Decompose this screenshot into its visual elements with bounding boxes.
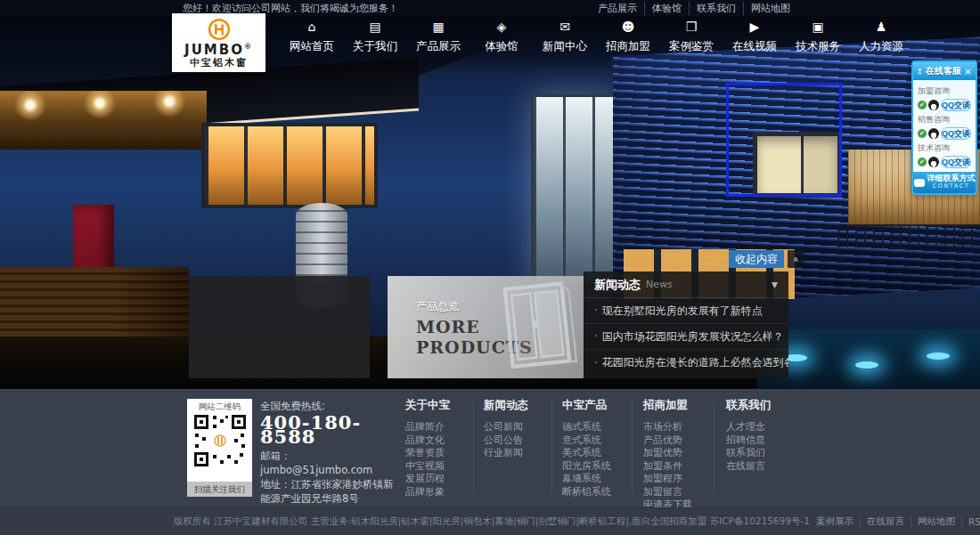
scroll-top-button[interactable]: «: [788, 250, 804, 268]
glass-atrium: [531, 94, 620, 287]
footer-link[interactable]: 加盟程序: [643, 473, 692, 486]
footer-link[interactable]: 意式系统: [562, 434, 611, 448]
footer-link[interactable]: 在线留言: [726, 460, 771, 474]
footer-link[interactable]: 幕墙系统: [562, 473, 611, 486]
footer-column-join: 招商加盟 市场分析 产品优势 加盟优势 加盟条件 加盟程序 加盟留言 申请表下载: [643, 398, 692, 512]
footer-link[interactable]: 公司公告: [484, 434, 528, 448]
top-bar-links: 产品展示 体验馆 联系我们 网站地图: [591, 2, 797, 15]
bottom-link-rss[interactable]: RSS: [961, 516, 980, 527]
topbar-link-contact[interactable]: 联系我们: [689, 2, 743, 15]
service-row: ✔ QQ交谈: [918, 127, 971, 140]
check-icon: ✔: [918, 101, 927, 109]
nav-item-home[interactable]: ⌂ 网站首页: [287, 20, 337, 54]
bottom-link-message[interactable]: 在线留言: [860, 515, 911, 528]
footer-link[interactable]: 阳光房系统: [562, 460, 611, 474]
news-panel: 新闻动态 News ▼ · 现在别墅阳光房的发展有了新特点 · 国内市场花园阳光…: [584, 272, 788, 378]
footer-link[interactable]: 加盟优势: [643, 447, 692, 460]
video-icon: ▶: [750, 20, 760, 34]
top-bar: 您好！欢迎访问公司网站，我们将竭诚为您服务！ 产品展示 体验馆 联系我们 网站地…: [0, 0, 980, 16]
news-title: 新闻动态: [594, 277, 641, 293]
main-nav: ⌂ 网站首页 ▤ 关于我们 ▦ 产品展示 ◈ 体验馆 ✉ 新闻中心 ☻ 招商加盟…: [287, 20, 906, 54]
footer-link[interactable]: 品牌简介: [405, 421, 450, 434]
topbar-link-experience[interactable]: 体验馆: [644, 2, 689, 15]
bottom-link-cases[interactable]: 案例展示: [810, 515, 860, 528]
online-service-panel: 在线客服 × 加盟咨询 ✔ QQ交谈 销售咨询 ✔ QQ交谈 技术咨询 ✔ QQ…: [911, 61, 977, 195]
footer-link[interactable]: 招聘信息: [726, 434, 771, 448]
qr-code-box: 网站二维码 扫描关注我们: [187, 399, 252, 497]
qq-penguin-icon: [928, 100, 939, 110]
footer-link[interactable]: 联系我们: [726, 447, 771, 460]
news-item[interactable]: · 现在别墅阳光房的发展有了新特点: [584, 298, 788, 324]
double-chevron-up-icon: «: [789, 256, 801, 263]
hero-image: 产品总览 MORE PRODUCTS 新闻动态 News ▼ · 现在别墅阳光房…: [0, 16, 980, 389]
nav-item-products[interactable]: ▦ 产品展示: [413, 20, 463, 54]
shield-icon: ◈: [497, 20, 507, 34]
footer-divider: [632, 401, 633, 492]
qr-code: [193, 414, 247, 467]
home-icon: ⌂: [308, 20, 316, 34]
news-item[interactable]: · 国内市场花园阳光房发展状况怎么样？: [584, 324, 788, 350]
check-icon: ✔: [918, 129, 927, 138]
pool-light: [855, 361, 878, 369]
collapse-content-button[interactable]: 收起内容: [729, 250, 784, 268]
close-icon[interactable]: ×: [964, 67, 972, 77]
qq-chat-button[interactable]: QQ交谈: [941, 99, 971, 111]
qq-chat-button[interactable]: QQ交谈: [941, 127, 971, 140]
footer-link[interactable]: 产品优势: [643, 434, 692, 448]
nav-item-join[interactable]: ☻ 招商加盟: [603, 20, 653, 54]
footer-link[interactable]: 中宝视频: [405, 460, 450, 474]
bottom-link-sitemap[interactable]: 网站地图: [911, 515, 961, 528]
news-item[interactable]: · 花园阳光房在漫长的道路上必然会遇到各种挑战: [584, 350, 788, 376]
footer-link[interactable]: 德式系统: [562, 421, 611, 434]
service-panel-body: 加盟咨询 ✔ QQ交谈 销售咨询 ✔ QQ交谈 技术咨询 ✔ QQ交谈: [913, 80, 976, 172]
topbar-link-products[interactable]: 产品展示: [591, 2, 644, 15]
pool: [757, 329, 980, 389]
warm-lit-windows: [201, 123, 378, 208]
footer-link[interactable]: 公司新闻: [484, 421, 528, 434]
nav-item-about[interactable]: ▤ 关于我们: [350, 20, 400, 54]
footer-divider: [714, 401, 715, 492]
registered-mark: ®: [244, 43, 253, 51]
dark-overlay-box: [189, 276, 370, 378]
chevron-down-icon[interactable]: ▼: [772, 280, 778, 289]
qr-caption: 扫描关注我们: [187, 482, 252, 497]
footer-column-contact: 联系我们 人才理念 招聘信息 联系我们 在线留言: [726, 398, 771, 473]
balcony-railing: [837, 224, 980, 247]
footer-link[interactable]: 人才理念: [726, 421, 771, 434]
logo-brand: JUMBO®: [184, 44, 253, 57]
nav-item-tech-service[interactable]: ▣ 技术服务: [793, 20, 843, 54]
envelope-icon: ✉: [559, 20, 570, 34]
user-plus-icon: ☻: [622, 20, 635, 34]
topbar-link-sitemap[interactable]: 网站地图: [743, 2, 797, 15]
footer-divider: [473, 401, 474, 492]
footer-column-products: 中宝产品 德式系统 意式系统 美式系统 阳光房系统 幕墙系统 断桥铝系统: [562, 398, 611, 499]
footer-link[interactable]: 品牌形象: [405, 486, 450, 499]
qq-penguin-icon: [928, 128, 939, 139]
footer-link[interactable]: 市场分析: [643, 421, 692, 434]
nav-item-hr[interactable]: ♟ 人力资源: [856, 20, 906, 54]
footer-link[interactable]: 美式系统: [562, 447, 611, 460]
footer-link[interactable]: 行业新闻: [484, 447, 528, 460]
footer-link[interactable]: 发展历程: [405, 473, 450, 486]
service-panel-title: 在线客服: [926, 65, 961, 77]
site-logo[interactable]: JUMBO® 中宝铝木窗: [172, 13, 265, 72]
logo-subtitle: 中宝铝木窗: [190, 57, 248, 69]
footer-link[interactable]: 断桥铝系统: [562, 486, 611, 499]
window-illustration: [495, 278, 579, 374]
nav-item-experience[interactable]: ◈ 体验馆: [477, 20, 527, 54]
nav-item-news[interactable]: ✉ 新闻中心: [540, 20, 590, 54]
more-products-panel[interactable]: 产品总览 MORE PRODUCTS: [388, 276, 584, 378]
footer-link[interactable]: 品牌文化: [405, 434, 450, 448]
lit-eave: [0, 91, 207, 150]
contact-details-button[interactable]: 详细联系方式 CONTACT: [913, 172, 976, 193]
nav-item-videos[interactable]: ▶ 在线视频: [730, 20, 780, 54]
products-tag: 产品总览: [416, 299, 459, 314]
footer-link[interactable]: 加盟条件: [643, 460, 692, 474]
footer-link[interactable]: 荣誉资质: [405, 447, 450, 460]
footer-divider: [551, 401, 552, 492]
footer-link[interactable]: 加盟留言: [643, 486, 692, 499]
qq-chat-button[interactable]: QQ交谈: [941, 156, 971, 168]
service-row: ✔ QQ交谈: [918, 99, 971, 111]
copyright-text: 版权所有 江苏中宝建材有限公司 主营业务:铝木阳光房|铝木窗|阳光房|铜包木|幕…: [174, 515, 810, 528]
nav-item-cases[interactable]: ❒ 案例鉴赏: [666, 20, 716, 54]
